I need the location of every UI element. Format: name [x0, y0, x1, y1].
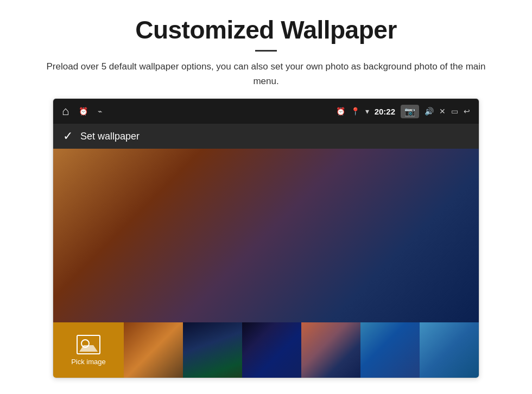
close-icon[interactable]: ✕: [439, 107, 446, 116]
alarm-icon-right: ⏰: [336, 107, 345, 116]
time-display: 20:22: [375, 107, 395, 116]
pick-image-label: Pick image: [71, 358, 106, 366]
page-title: Customized Wallpaper: [135, 15, 397, 45]
alarm-icon-left: ⏰: [79, 107, 88, 116]
wallpaper-thumb-3[interactable]: [242, 322, 301, 378]
usb-icon: ⌁: [98, 107, 102, 116]
set-wallpaper-label: Set wallpaper: [80, 131, 140, 142]
set-wallpaper-bar: ✓ Set wallpaper: [53, 124, 479, 149]
back-icon[interactable]: ↩: [464, 107, 470, 116]
pick-image-thumb[interactable]: Pick image: [53, 322, 124, 378]
wallpaper-thumb-2[interactable]: [183, 322, 242, 378]
check-icon[interactable]: ✓: [63, 129, 73, 143]
home-icon[interactable]: ⌂: [62, 104, 69, 118]
wallpaper-thumb-6[interactable]: [420, 322, 479, 378]
volume-icon: 🔊: [425, 107, 434, 116]
window-icon[interactable]: ▭: [451, 107, 458, 116]
location-icon: 📍: [351, 107, 360, 116]
status-left-icons: ⌂ ⏰ ⌁: [62, 104, 102, 118]
camera-icon[interactable]: 📷: [401, 105, 419, 118]
page-subtitle: Preload over 5 default wallpaper options…: [43, 59, 489, 88]
status-bar: ⌂ ⏰ ⌁ ⏰ 📍 ▾ 20:22 📷 🔊 ✕ ▭ ↩: [53, 99, 479, 124]
wallpaper-thumb-1[interactable]: [124, 322, 183, 378]
pick-image-icon: [77, 335, 100, 354]
wifi-icon: ▾: [365, 107, 369, 116]
page-container: Customized Wallpaper Preload over 5 defa…: [0, 0, 532, 394]
title-divider: [255, 50, 277, 52]
wallpaper-preview: [53, 149, 479, 322]
android-screen: ⌂ ⏰ ⌁ ⏰ 📍 ▾ 20:22 📷 🔊 ✕ ▭ ↩ ✓ Set wallpa…: [53, 98, 479, 378]
status-right-icons: ⏰ 📍 ▾ 20:22 📷 🔊 ✕ ▭ ↩: [336, 105, 470, 118]
wallpaper-thumb-5[interactable]: [360, 322, 420, 378]
wallpaper-thumb-4[interactable]: [301, 322, 360, 378]
thumbnail-strip: Pick image: [53, 322, 479, 378]
